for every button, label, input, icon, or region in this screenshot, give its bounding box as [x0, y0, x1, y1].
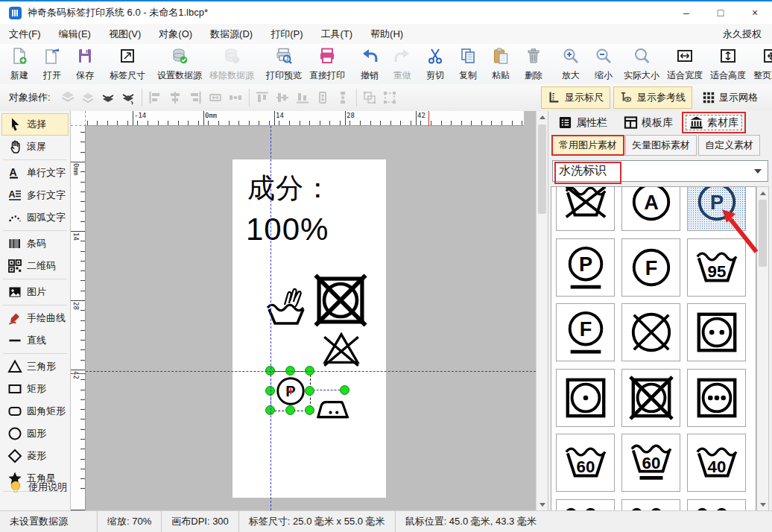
close-button[interactable]: ×: [738, 1, 772, 24]
set-datasource-button[interactable]: 设置数据源: [154, 45, 206, 83]
save-button[interactable]: 保存: [69, 45, 101, 83]
subtab-vector-icons[interactable]: 矢量图标素材: [625, 135, 697, 156]
align-center-h-button[interactable]: [165, 88, 186, 108]
tool-pan[interactable]: 滚屏: [1, 136, 69, 158]
canvas-area[interactable]: -140mm142842 0mm1428425 成分： 100% P: [71, 111, 548, 510]
fit-page-button[interactable]: 整页显示: [750, 45, 772, 83]
horizontal-guide[interactable]: [86, 371, 536, 372]
tool-qrcode[interactable]: 二维码: [1, 255, 69, 277]
bring-to-front-button[interactable]: [58, 88, 78, 108]
selection-handle[interactable]: [305, 386, 314, 396]
grid-scrollbar[interactable]: [756, 186, 769, 511]
send-to-back-button[interactable]: [118, 88, 139, 108]
show-guides-toggle[interactable]: 显示参考线: [613, 86, 692, 109]
label-text-line2[interactable]: 100%: [246, 212, 329, 247]
material-circle-F-underline[interactable]: F: [556, 303, 615, 361]
label-text-line1[interactable]: 成分：: [247, 170, 332, 207]
menu-help[interactable]: 帮助(H): [361, 25, 412, 44]
vertical-guide[interactable]: [270, 126, 271, 510]
tab-templates[interactable]: 模板库: [618, 113, 678, 132]
material-wash-95[interactable]: 95: [687, 238, 746, 297]
menu-file[interactable]: 文件(F): [0, 25, 50, 44]
material-tumble-3dot[interactable]: [687, 369, 746, 427]
tool-line[interactable]: 直线: [1, 329, 69, 352]
scroll-up-icon[interactable]: [537, 111, 548, 123]
menu-edit[interactable]: 编辑(E): [50, 25, 100, 44]
material-wash-partial[interactable]: [621, 499, 680, 512]
tool-diamond[interactable]: 菱形: [1, 445, 69, 467]
same-height-button[interactable]: [313, 88, 333, 108]
send-backward-button[interactable]: [98, 88, 118, 108]
tool-rounded-rectangle[interactable]: 圆角矩形: [1, 400, 69, 422]
menu-print[interactable]: 打印(P): [262, 25, 311, 44]
tab-properties[interactable]: 属性栏: [553, 113, 613, 132]
show-grid-toggle[interactable]: 显示网格: [695, 86, 765, 109]
same-width-button[interactable]: [206, 88, 226, 108]
material-wash-partial[interactable]: [556, 499, 615, 512]
copy-button[interactable]: 复制: [452, 45, 484, 83]
material-tumble-2dot[interactable]: [687, 303, 746, 361]
subtab-common-images[interactable]: 常用图片素材: [552, 135, 624, 156]
align-right-button[interactable]: [186, 88, 206, 108]
actual-size-button[interactable]: 实际大小: [620, 45, 663, 83]
material-circle-P-underline[interactable]: P: [556, 238, 615, 297]
paste-button[interactable]: 粘贴: [484, 45, 517, 83]
material-do-not-dry-clean[interactable]: [621, 303, 680, 361]
selection-handle[interactable]: [305, 405, 314, 415]
undo-button[interactable]: 撤销: [353, 45, 386, 83]
material-wash-40[interactable]: 40: [687, 434, 746, 492]
menu-tools[interactable]: 工具(T): [311, 25, 361, 44]
label-size-button[interactable]: 标签尺寸: [106, 45, 149, 83]
fit-height-button[interactable]: 适合高度: [706, 45, 750, 83]
tool-triangle[interactable]: 三角形: [1, 355, 69, 378]
direct-print-button[interactable]: 直接打印: [306, 45, 349, 83]
print-preview-button[interactable]: 打印预览: [262, 45, 306, 83]
new-button[interactable]: 新建: [3, 45, 36, 83]
open-button[interactable]: 打开: [36, 45, 69, 83]
object-do-not-bleach-icon[interactable]: [316, 328, 367, 370]
minimize-button[interactable]: –: [669, 1, 703, 24]
group-button[interactable]: [360, 88, 380, 108]
scroll-up-icon[interactable]: [757, 187, 768, 199]
zoom-out-button[interactable]: 缩小: [587, 45, 620, 83]
tool-multi-line-text[interactable]: A多行文字: [1, 184, 69, 206]
object-do-not-tumble-dry-icon[interactable]: [313, 273, 368, 328]
ungroup-button[interactable]: [380, 88, 400, 108]
object-circle-P-icon[interactable]: P: [273, 374, 308, 408]
material-circle-F[interactable]: F: [621, 238, 680, 297]
show-ruler-toggle[interactable]: 显示标尺: [541, 86, 610, 109]
material-circle-A[interactable]: A: [621, 186, 680, 231]
scrollbar-thumb[interactable]: [759, 200, 767, 267]
tool-arc-text[interactable]: 圆弧文字: [1, 206, 69, 229]
tool-circle[interactable]: 圆形: [1, 422, 69, 445]
canvas-vertical-scrollbar[interactable]: [536, 111, 548, 510]
align-left-button[interactable]: [145, 88, 165, 108]
material-wash-partial[interactable]: [687, 499, 746, 512]
tab-materials[interactable]: 素材库: [684, 113, 744, 132]
cut-button[interactable]: 剪切: [419, 45, 452, 83]
delete-button[interactable]: 删除: [517, 45, 550, 83]
menu-datasource[interactable]: 数据源(D): [201, 25, 262, 44]
tool-barcode[interactable]: 条码: [1, 232, 69, 255]
scroll-down-icon[interactable]: [537, 498, 548, 510]
scroll-down-icon[interactable]: [757, 498, 768, 510]
align-middle-v-button[interactable]: [273, 88, 293, 108]
tool-rectangle[interactable]: 矩形: [1, 378, 69, 400]
object-iron-icon[interactable]: [309, 384, 357, 426]
rotate-handle[interactable]: [340, 385, 349, 395]
maximize-button[interactable]: □: [703, 1, 738, 24]
material-do-not-tumble-dry[interactable]: [621, 369, 680, 427]
zoom-in-button[interactable]: 放大: [554, 45, 587, 83]
label-page[interactable]: 成分： 100% P: [232, 159, 386, 498]
material-wash-60[interactable]: 60: [556, 434, 615, 492]
remove-datasource-button[interactable]: 移除数据源: [206, 45, 258, 83]
menu-view[interactable]: 视图(V): [100, 25, 150, 44]
category-dropdown[interactable]: 水洗标识: [552, 160, 768, 182]
redo-button[interactable]: 重做: [386, 45, 419, 83]
align-bottom-button[interactable]: [293, 88, 313, 108]
material-tumble-1dot[interactable]: [556, 369, 615, 427]
material-wash-60-underline[interactable]: 60: [621, 434, 680, 492]
distribute-v-button[interactable]: [333, 88, 353, 108]
tool-freehand-curve[interactable]: 手绘曲线: [1, 307, 69, 329]
menu-object[interactable]: 对象(O): [150, 25, 201, 44]
